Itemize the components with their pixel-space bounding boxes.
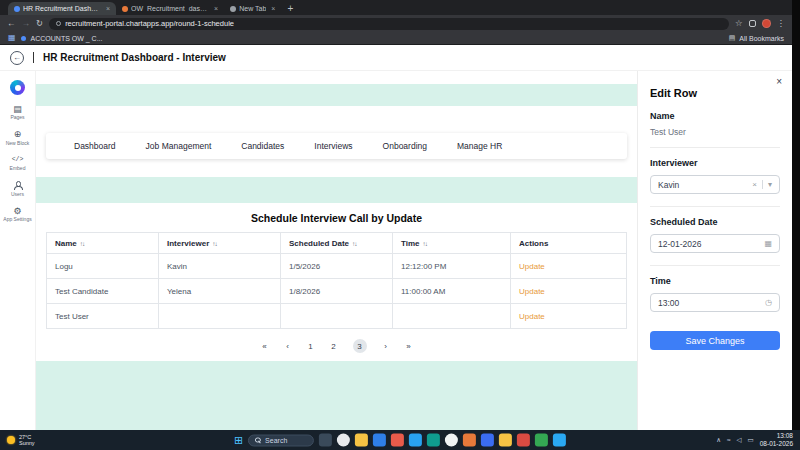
apps-grid-icon[interactable]: ▦ [8, 34, 16, 42]
column-label: Name [55, 239, 77, 248]
sidebar-item-new-block[interactable]: ⊕ New Block [6, 130, 30, 147]
calendar-icon[interactable]: ▦ [764, 239, 772, 248]
close-tab-icon[interactable]: × [214, 5, 218, 12]
taskbar-clock[interactable]: 13:08 08-01-2026 [760, 432, 793, 448]
column-header-interviewer[interactable]: Interviewer ↑↓ [159, 233, 281, 254]
cell-time: 11:00:00 AM [393, 279, 511, 304]
tab-hr-dashboard[interactable]: HR Recruitment Dashboard × [8, 2, 116, 15]
desktop-screen: HR Recruitment Dashboard × OW_Recruitmen… [0, 0, 800, 450]
clock-icon[interactable]: ◷ [765, 298, 772, 307]
page-3-button-active[interactable]: 3 [353, 339, 367, 353]
taskbar-app-icon[interactable] [445, 434, 458, 447]
taskbar-app-icon[interactable] [463, 434, 476, 447]
taskbar-app-icon[interactable] [517, 434, 530, 447]
update-button[interactable]: Update [519, 262, 545, 271]
edit-row-panel: × Edit Row Name Test User Interviewer Ka… [637, 71, 792, 430]
bookmark-star-icon[interactable]: ☆ [735, 19, 743, 28]
profile-avatar[interactable] [762, 19, 771, 28]
close-tab-icon[interactable]: × [106, 5, 110, 12]
start-button[interactable]: ⊞ [234, 435, 243, 446]
interviewer-select[interactable]: Kavin × ▾ [650, 175, 780, 194]
chevron-down-icon[interactable]: ▾ [768, 180, 772, 189]
column-header-name[interactable]: Name ↑↓ [47, 233, 159, 254]
close-panel-icon[interactable]: × [776, 76, 782, 87]
bookmark-item[interactable]: ACCOUNTS OW _ C... [31, 35, 103, 42]
column-header-scheduled-date[interactable]: Scheduled Date ↑↓ [281, 233, 393, 254]
nav-item-interviews[interactable]: Interviews [314, 141, 352, 151]
volume-icon[interactable]: ◁ [737, 437, 742, 444]
all-bookmarks-label: All Bookmarks [739, 35, 784, 42]
tray-chevron-icon[interactable]: ∧ [716, 437, 721, 444]
taskbar-app-icon[interactable] [499, 434, 512, 447]
nav-item-manage-hr[interactable]: Manage HR [457, 141, 502, 151]
sort-icon[interactable]: ↑↓ [80, 240, 85, 247]
time-input[interactable]: 13:00 ◷ [650, 293, 780, 312]
clear-selection-icon[interactable]: × [752, 180, 757, 189]
section-band-top [36, 84, 637, 106]
tab-new-tab[interactable]: New Tab × [224, 2, 281, 15]
app-back-button[interactable]: ← [10, 51, 24, 65]
interviewer-selected-value: Kavin [658, 180, 679, 190]
taskbar-app-icon[interactable] [355, 434, 368, 447]
taskbar-search[interactable]: Search [248, 434, 314, 446]
page-2-button[interactable]: 2 [330, 342, 338, 351]
column-label: Time [401, 239, 420, 248]
update-button[interactable]: Update [519, 312, 545, 321]
sort-icon[interactable]: ↑↓ [212, 240, 217, 247]
close-tab-icon[interactable]: × [271, 5, 275, 12]
scheduled-date-input[interactable]: 12-01-2026 ▦ [650, 234, 780, 253]
gear-icon: ⚙ [13, 206, 21, 216]
taskbar-app-icon[interactable] [535, 434, 548, 447]
nav-item-job-management[interactable]: Job Management [146, 141, 212, 151]
taskbar-app-icon[interactable] [427, 434, 440, 447]
taskbar-app-icon[interactable] [553, 434, 566, 447]
weather-widget[interactable]: 27°C Sunny [7, 434, 35, 447]
cell-name: Logu [47, 254, 159, 279]
bookmark-favicon [21, 36, 26, 41]
nav-item-onboarding[interactable]: Onboarding [383, 141, 427, 151]
weather-desc: Sunny [19, 440, 35, 446]
site-info-icon[interactable] [56, 21, 61, 26]
wifi-icon[interactable]: ≈ [727, 437, 731, 444]
taskbar-app-icon[interactable] [337, 434, 350, 447]
page-next-button[interactable]: › [382, 342, 390, 351]
reload-icon[interactable]: ↻ [36, 19, 43, 28]
interviewer-field-label: Interviewer [650, 158, 780, 168]
taskbar-app-icon[interactable] [391, 434, 404, 447]
page-prev-button[interactable]: ‹ [284, 342, 292, 351]
sort-icon[interactable]: ↑↓ [423, 240, 428, 247]
nav-item-dashboard[interactable]: Dashboard [74, 141, 116, 151]
page-last-button[interactable]: » [405, 342, 413, 351]
url-field[interactable]: recruitment-portal.chartapps.app/round-1… [49, 18, 729, 30]
taskbar-app-icon[interactable] [373, 434, 386, 447]
battery-icon[interactable]: ▭ [748, 437, 754, 444]
sort-icon[interactable]: ↑↓ [352, 240, 357, 247]
column-header-actions: Actions [511, 233, 627, 254]
sidebar-item-app-settings[interactable]: ⚙ App Settings [3, 206, 31, 223]
browser-menu-icon[interactable]: ⋮ [777, 19, 786, 28]
search-label: Search [265, 437, 287, 444]
tab-title: OW_Recruitment_dashboard [131, 5, 209, 12]
sidebar-item-users[interactable]: Users [11, 181, 24, 198]
new-block-icon: ⊕ [14, 130, 22, 140]
taskbar-app-icon[interactable] [481, 434, 494, 447]
taskbar-app-icon[interactable] [409, 434, 422, 447]
app-logo[interactable] [10, 80, 25, 95]
taskbar-center: ⊞ Search [234, 434, 566, 447]
update-button[interactable]: Update [519, 287, 545, 296]
tab-ow-recruitment[interactable]: OW_Recruitment_dashboard × [116, 2, 224, 15]
browser-back-icon[interactable]: ← [7, 19, 16, 28]
page-1-button[interactable]: 1 [307, 342, 315, 351]
nav-item-candidates[interactable]: Candidates [241, 141, 284, 151]
save-changes-button[interactable]: Save Changes [650, 331, 780, 350]
cell-date [281, 304, 393, 329]
column-header-time[interactable]: Time ↑↓ [393, 233, 511, 254]
extensions-icon[interactable] [749, 20, 756, 27]
new-tab-button[interactable]: + [287, 3, 293, 14]
browser-forward-icon[interactable]: → [22, 19, 31, 28]
all-bookmarks[interactable]: ▤ All Bookmarks [729, 34, 784, 42]
taskbar-app-icon[interactable] [319, 434, 332, 447]
sidebar-item-embed[interactable]: </> Embed [10, 155, 26, 172]
page-first-button[interactable]: « [261, 342, 269, 351]
sidebar-item-pages[interactable]: ▤ Pages [10, 104, 24, 121]
